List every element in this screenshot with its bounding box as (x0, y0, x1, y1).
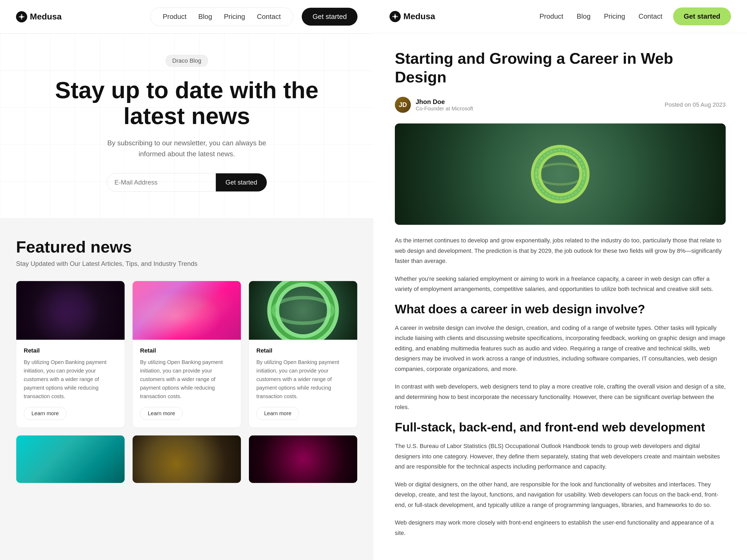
card-4-image (16, 435, 125, 483)
left-nav-contact[interactable]: Contact (251, 10, 287, 23)
article-para-2: Whether you're seeking salaried employme… (395, 274, 726, 294)
right-medusa-icon (392, 14, 398, 20)
card-3-learn-more[interactable]: Learn more (256, 407, 299, 420)
hero-form: Get started (107, 173, 267, 192)
author-avatar: JD (395, 97, 411, 113)
section-2-para-3: Web designers may work more closely with… (395, 517, 726, 538)
news-card-4 (16, 435, 125, 483)
right-get-started-button[interactable]: Get started (673, 7, 731, 25)
right-logo[interactable]: Medusa (389, 11, 435, 22)
news-grid-bottom (16, 435, 358, 483)
card-2-category: Retail (140, 347, 233, 354)
svg-point-1 (21, 14, 22, 15)
right-nav-blog[interactable]: Blog (577, 12, 591, 21)
article-para-1: As the internet continues to develop and… (395, 236, 726, 266)
article-hero-image (395, 124, 726, 225)
article-title: Starting and Growing a Career in Web Des… (395, 49, 726, 86)
card-1-description: By utilizing Open Banking payment initia… (24, 358, 117, 401)
card-5-image (133, 435, 241, 483)
news-grid-top: Retail By utilizing Open Banking payment… (16, 281, 358, 428)
svg-point-11 (394, 18, 396, 19)
card-3-image (249, 281, 357, 340)
email-input[interactable] (107, 173, 216, 192)
right-nav-product[interactable]: Product (539, 12, 563, 21)
card-1-body: Retail By utilizing Open Banking payment… (16, 340, 125, 427)
right-logo-text: Medusa (403, 11, 435, 21)
torus-illustration (260, 281, 346, 340)
section-2-para-1: The U.S. Bureau of Labor Statistics (BLS… (395, 441, 726, 472)
card-1-image (16, 281, 125, 340)
svg-point-8 (273, 298, 333, 323)
card-1-category: Retail (24, 347, 117, 354)
card-1-learn-more[interactable]: Learn more (24, 407, 67, 420)
right-nav-links: Product Blog Pricing Contact (539, 12, 663, 21)
medusa-icon (19, 14, 25, 20)
featured-section: Featured news Stay Updated with Our Late… (0, 219, 374, 502)
author-row: JD Jhon Doe Co-Founder at Microsoft Post… (395, 97, 726, 113)
news-card-6 (249, 435, 358, 483)
svg-point-12 (392, 16, 393, 17)
author-text: Jhon Doe Co-Founder at Microsoft (416, 98, 473, 112)
post-date: Posted on 05 Aug 2023 (665, 101, 726, 108)
svg-point-9 (394, 15, 396, 18)
card-6-image (249, 435, 357, 483)
svg-point-2 (21, 19, 22, 20)
left-logo[interactable]: Medusa (16, 11, 61, 22)
right-nav-pricing[interactable]: Pricing (604, 12, 625, 21)
left-navbar: Medusa Product Blog Pricing Contact Get … (0, 0, 374, 34)
article-torus-svg (518, 131, 603, 217)
hero-section: Draco Blog Stay up to date with the late… (0, 34, 374, 219)
left-panel: Medusa Product Blog Pricing Contact Get … (0, 0, 374, 560)
right-panel: Medusa Product Blog Pricing Contact Get … (374, 0, 747, 560)
card-2-image (133, 281, 241, 340)
right-logo-icon (389, 11, 401, 22)
author-info: JD Jhon Doe Co-Founder at Microsoft (395, 97, 473, 113)
hero-tag: Draco Blog (166, 55, 208, 67)
featured-subtitle: Stay Updated with Our Latest Articles, T… (16, 260, 358, 267)
svg-point-13 (397, 16, 398, 17)
left-get-started-button[interactable]: Get started (302, 8, 358, 26)
card-3-body: Retail By utilizing Open Banking payment… (249, 340, 357, 427)
right-navbar: Medusa Product Blog Pricing Contact Get … (374, 0, 747, 33)
news-card-5 (132, 435, 241, 483)
card-2-body: Retail By utilizing Open Banking payment… (133, 340, 241, 427)
news-card-1: Retail By utilizing Open Banking payment… (16, 281, 125, 428)
avatar-initials: JD (399, 101, 407, 109)
svg-point-3 (19, 16, 20, 17)
card-3-category: Retail (256, 347, 350, 354)
section-2-heading: Full-stack, back-end, and front-end web … (395, 420, 726, 435)
svg-point-4 (23, 16, 24, 17)
author-role: Co-Founder at Microsoft (416, 106, 473, 112)
section-1-para-2: In contrast with web developers, web des… (395, 381, 726, 412)
left-nav-product[interactable]: Product (157, 10, 192, 23)
svg-point-7 (273, 281, 333, 340)
svg-point-16 (536, 164, 584, 185)
section-1-heading: What does a career in web design involve… (395, 302, 726, 317)
hero-get-started-button[interactable]: Get started (216, 174, 267, 191)
right-nav-contact[interactable]: Contact (638, 12, 663, 21)
card-2-description: By utilizing Open Banking payment initia… (140, 358, 233, 401)
svg-point-10 (394, 14, 396, 15)
svg-point-0 (20, 16, 23, 18)
section-2-para-2: Web or digital designers, on the other h… (395, 479, 726, 510)
card-2-learn-more[interactable]: Learn more (140, 407, 183, 420)
news-card-3: Retail By utilizing Open Banking payment… (249, 281, 358, 428)
article-content: Starting and Growing a Career in Web Des… (374, 33, 747, 560)
hero-subtitle: By subscribing to our newsletter, you ca… (93, 138, 280, 160)
left-nav-links: Product Blog Pricing Contact (150, 7, 293, 26)
card-3-description: By utilizing Open Banking payment initia… (256, 358, 350, 401)
left-nav-pricing[interactable]: Pricing (218, 10, 251, 23)
left-logo-text: Medusa (30, 12, 61, 22)
section-1-para-1: A career in website design can involve t… (395, 323, 726, 374)
logo-icon (16, 11, 27, 22)
news-card-2: Retail By utilizing Open Banking payment… (132, 281, 241, 428)
hero-title: Stay up to date with the latest news (27, 77, 347, 129)
featured-title: Featured news (16, 237, 358, 256)
left-nav-blog[interactable]: Blog (192, 10, 218, 23)
author-name: Jhon Doe (416, 98, 473, 106)
